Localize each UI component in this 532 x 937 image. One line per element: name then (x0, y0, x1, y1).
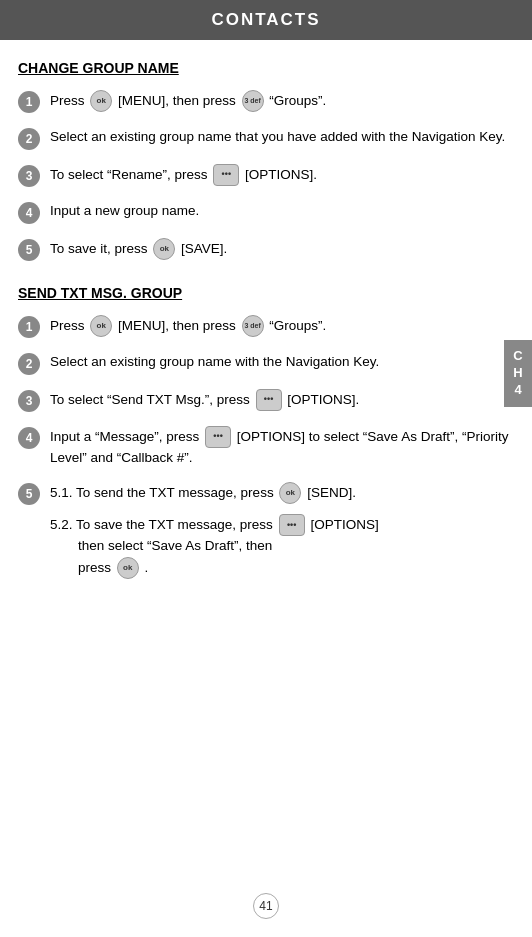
step-text: 5.1. To send the TXT message, press ok [… (50, 482, 379, 588)
main-content: CHANGE GROUP NAME 1 Press ok [MENU], the… (0, 40, 532, 673)
step-text: Input a “Message”, press ••• [OPTIONS] t… (50, 426, 514, 468)
step-number: 1 (18, 316, 40, 338)
section2-step5: 5 5.1. To send the TXT message, press ok… (18, 482, 514, 588)
section2-step4: 4 Input a “Message”, press ••• [OPTIONS]… (18, 426, 514, 468)
chapter-tab: C H 4 (504, 340, 532, 407)
options-button-icon: ••• (213, 164, 239, 186)
step-text: Select an existing group name that you h… (50, 127, 505, 147)
step-text: Select an existing group name with the N… (50, 352, 379, 372)
3def-button-icon: 3 def (242, 90, 264, 112)
step-number: 3 (18, 165, 40, 187)
section2-title: SEND TXT MSG. GROUP (18, 285, 514, 301)
header-title: CONTACTS (211, 10, 320, 29)
ok-button-icon: ok (117, 557, 139, 579)
page-number: 41 (253, 893, 279, 919)
3def-button-icon: 3 def (242, 315, 264, 337)
section1-step3: 3 To select “Rename”, press ••• [OPTIONS… (18, 164, 514, 187)
section2-step1: 1 Press ok [MENU], then press 3 def “Gro… (18, 315, 514, 338)
section1-steps: 1 Press ok [MENU], then press 3 def “Gro… (18, 90, 514, 261)
step-text: Input a new group name. (50, 201, 199, 221)
step-text: To save it, press ok [SAVE]. (50, 238, 227, 260)
ok-button-icon: ok (90, 90, 112, 112)
step-number: 4 (18, 202, 40, 224)
step-number: 3 (18, 390, 40, 412)
section1-title: CHANGE GROUP NAME (18, 60, 514, 76)
sub-step-5-1: 5.1. To send the TXT message, press ok [… (50, 482, 379, 504)
section-send-txt-msg: SEND TXT MSG. GROUP 1 Press ok [MENU], t… (18, 285, 514, 589)
step-text: Press ok [MENU], then press 3 def “Group… (50, 90, 326, 112)
section2-step3: 3 To select “Send TXT Msg.”, press ••• [… (18, 389, 514, 412)
options-button-icon: ••• (205, 426, 231, 448)
step-number: 2 (18, 353, 40, 375)
page-header: CONTACTS (0, 0, 532, 40)
step-number: 4 (18, 427, 40, 449)
step-number: 5 (18, 239, 40, 261)
step-text: Press ok [MENU], then press 3 def “Group… (50, 315, 326, 337)
section1-step5: 5 To save it, press ok [SAVE]. (18, 238, 514, 261)
options-button-icon: ••• (279, 514, 305, 536)
options-button-icon: ••• (256, 389, 282, 411)
step-number: 2 (18, 128, 40, 150)
section-change-group-name: CHANGE GROUP NAME 1 Press ok [MENU], the… (18, 60, 514, 261)
section1-step1: 1 Press ok [MENU], then press 3 def “Gro… (18, 90, 514, 113)
ok-button-icon: ok (153, 238, 175, 260)
section1-step4: 4 Input a new group name. (18, 201, 514, 224)
sub-step-5-2: 5.2. To save the TXT message, press ••• … (50, 514, 379, 578)
ok-button-icon: ok (90, 315, 112, 337)
step-text: To select “Rename”, press ••• [OPTIONS]. (50, 164, 317, 186)
step-text: To select “Send TXT Msg.”, press ••• [OP… (50, 389, 359, 411)
section2-step2: 2 Select an existing group name with the… (18, 352, 514, 375)
section2-steps: 1 Press ok [MENU], then press 3 def “Gro… (18, 315, 514, 589)
section1-step2: 2 Select an existing group name that you… (18, 127, 514, 150)
step-number: 1 (18, 91, 40, 113)
step-number: 5 (18, 483, 40, 505)
ok-button-icon: ok (279, 482, 301, 504)
